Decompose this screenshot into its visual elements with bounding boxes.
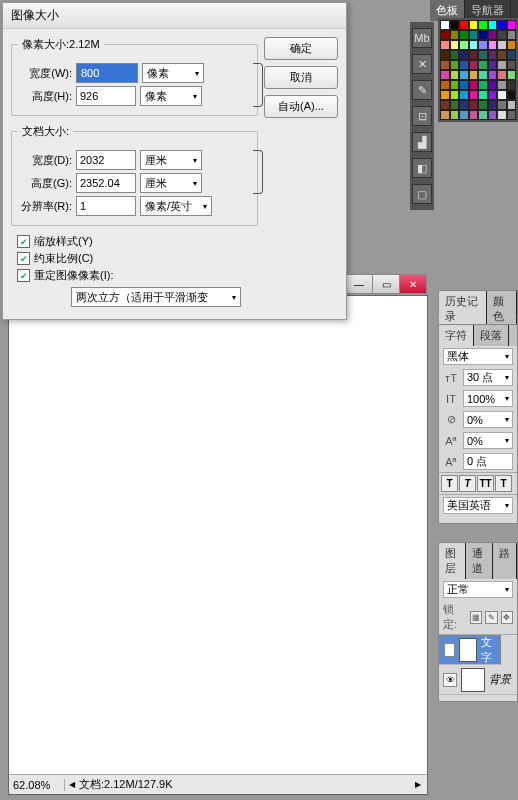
swatch[interactable] xyxy=(469,70,479,80)
resolution-input[interactable] xyxy=(76,196,136,216)
swatch[interactable] xyxy=(478,50,488,60)
swatch[interactable] xyxy=(450,70,460,80)
layer-row-background[interactable]: 👁 背景 xyxy=(439,665,517,695)
swatch[interactable] xyxy=(450,20,460,30)
swatch[interactable] xyxy=(488,60,498,70)
swatch[interactable] xyxy=(478,40,488,50)
swatch[interactable] xyxy=(497,50,507,60)
layer-row-text[interactable]: 👁 T 文字 xyxy=(439,635,501,665)
lock-pixels-icon[interactable]: ✎ xyxy=(485,611,497,624)
swatch[interactable] xyxy=(469,40,479,50)
statusbar-right-icon[interactable]: ▶ xyxy=(409,780,427,789)
swatch[interactable] xyxy=(459,50,469,60)
text-tool-icon[interactable]: ◧ xyxy=(412,158,432,178)
crop-tool-icon[interactable]: ⊡ xyxy=(412,106,432,126)
swatch[interactable] xyxy=(478,110,488,120)
visibility-toggle[interactable]: 👁 xyxy=(444,643,455,657)
swatch[interactable] xyxy=(440,100,450,110)
swatch[interactable] xyxy=(440,40,450,50)
visibility-toggle[interactable]: 👁 xyxy=(443,673,457,687)
swatch[interactable] xyxy=(507,30,517,40)
swatch[interactable] xyxy=(459,100,469,110)
swatch[interactable] xyxy=(497,30,507,40)
swatch[interactable] xyxy=(469,20,479,30)
doc-height-unit[interactable]: 厘米▾ xyxy=(140,173,202,193)
swatch[interactable] xyxy=(478,80,488,90)
bold-button[interactable]: T xyxy=(441,475,458,492)
swatch[interactable] xyxy=(488,100,498,110)
swatch[interactable] xyxy=(469,90,479,100)
swatch[interactable] xyxy=(478,60,488,70)
smallcaps-button[interactable]: T xyxy=(495,475,512,492)
zoom-level[interactable]: 62.08% xyxy=(9,779,65,791)
swatch[interactable] xyxy=(488,50,498,60)
minimize-button[interactable]: — xyxy=(345,274,373,294)
swatch[interactable] xyxy=(459,30,469,40)
swatch[interactable] xyxy=(440,90,450,100)
allcaps-button[interactable]: TT xyxy=(477,475,494,492)
swatch[interactable] xyxy=(478,90,488,100)
swatch[interactable] xyxy=(507,80,517,90)
swatch[interactable] xyxy=(459,40,469,50)
swatch[interactable] xyxy=(469,110,479,120)
swatch[interactable] xyxy=(469,80,479,90)
swatch[interactable] xyxy=(459,20,469,30)
swatch[interactable] xyxy=(497,80,507,90)
swatch[interactable] xyxy=(450,50,460,60)
auto-button[interactable]: 自动(A)... xyxy=(264,95,338,118)
swatch[interactable] xyxy=(450,30,460,40)
leading-input[interactable]: 100%▾ xyxy=(463,390,513,407)
font-size-input[interactable]: 30 点▾ xyxy=(463,369,513,386)
pixel-width-unit[interactable]: 像素▾ xyxy=(142,63,204,83)
pixel-width-input[interactable] xyxy=(76,63,138,83)
swatch[interactable] xyxy=(497,110,507,120)
swatch[interactable] xyxy=(488,70,498,80)
swatch[interactable] xyxy=(440,30,450,40)
rect-tool-icon[interactable]: ▢ xyxy=(412,184,432,204)
swatch[interactable] xyxy=(469,60,479,70)
swatch[interactable] xyxy=(507,100,517,110)
swatch[interactable] xyxy=(507,110,517,120)
swatch[interactable] xyxy=(469,100,479,110)
swatch[interactable] xyxy=(488,110,498,120)
swatch[interactable] xyxy=(497,20,507,30)
swatch[interactable] xyxy=(497,40,507,50)
swatch[interactable] xyxy=(497,100,507,110)
resolution-unit[interactable]: 像素/英寸▾ xyxy=(140,196,212,216)
swatch[interactable] xyxy=(488,20,498,30)
vscale-input[interactable]: 0%▾ xyxy=(463,432,513,449)
swatch[interactable] xyxy=(459,90,469,100)
tracking-input[interactable]: 0%▾ xyxy=(463,411,513,428)
wand-tool-icon[interactable]: ✎ xyxy=(412,80,432,100)
doc-width-unit[interactable]: 厘米▾ xyxy=(140,150,202,170)
swatch[interactable] xyxy=(459,80,469,90)
swatch[interactable] xyxy=(450,60,460,70)
font-family-select[interactable]: 黑体▾ xyxy=(443,348,513,365)
ok-button[interactable]: 确定 xyxy=(264,37,338,60)
swatch[interactable] xyxy=(450,40,460,50)
lock-transparency-icon[interactable]: ▦ xyxy=(470,611,482,624)
swatch[interactable] xyxy=(440,110,450,120)
stamp-tool-icon[interactable]: ▟ xyxy=(412,132,432,152)
cancel-button[interactable]: 取消 xyxy=(264,66,338,89)
tab-history[interactable]: 历史记录 xyxy=(439,291,487,327)
swatch[interactable] xyxy=(450,90,460,100)
swatch[interactable] xyxy=(497,60,507,70)
swatch[interactable] xyxy=(488,80,498,90)
swatch[interactable] xyxy=(440,20,450,30)
swatch[interactable] xyxy=(507,60,517,70)
swatch[interactable] xyxy=(440,50,450,60)
swatch[interactable] xyxy=(488,30,498,40)
swatch[interactable] xyxy=(488,40,498,50)
swatch[interactable] xyxy=(497,90,507,100)
mb-tool-icon[interactable]: Mb xyxy=(412,28,432,48)
swatch[interactable] xyxy=(497,70,507,80)
blend-mode-select[interactable]: 正常▾ xyxy=(443,581,513,598)
interpolation-select[interactable]: 两次立方（适用于平滑渐变▾ xyxy=(71,287,241,307)
swatch[interactable] xyxy=(469,30,479,40)
swatch[interactable] xyxy=(478,30,488,40)
resample-checkbox[interactable]: ✔ xyxy=(17,269,30,282)
tab-color[interactable]: 颜色 xyxy=(487,291,517,327)
swatch[interactable] xyxy=(469,50,479,60)
constrain-checkbox[interactable]: ✔ xyxy=(17,252,30,265)
